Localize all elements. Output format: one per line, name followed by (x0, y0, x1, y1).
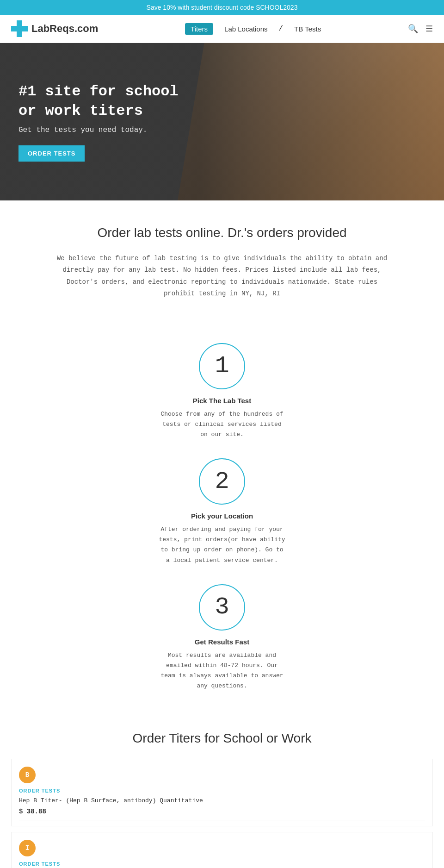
menu-button[interactable]: ☰ (426, 24, 433, 34)
main-nav: LabReqs.com Titers Lab Locations / TB Te… (0, 15, 444, 43)
nav-link-titers[interactable]: Titers (185, 23, 213, 35)
product-price-1: $ 38.88 (19, 808, 425, 815)
hamburger-icon: ☰ (426, 24, 433, 33)
promo-banner: Save 10% with student discount code SCHO… (0, 0, 444, 15)
search-icon: 🔍 (408, 24, 418, 33)
nav-links: Titers Lab Locations / TB Tests (185, 23, 321, 35)
nav-link-lab-locations[interactable]: Lab Locations (224, 25, 267, 33)
product-card-1: B ORDER TESTS Hep B Titer- (Hep B Surfac… (11, 759, 433, 827)
step-3-description: Most results are available and emailed w… (157, 650, 287, 691)
step-1-circle: 1 (199, 343, 245, 389)
intro-body: We believe the future of lab testing is … (56, 253, 388, 300)
step-2-number: 2 (215, 468, 229, 495)
product-card-2: I ORDER TESTS Immunity Panel - Hepatitis… (11, 832, 433, 868)
step-2-circle: 2 (199, 458, 245, 505)
step-1-description: Choose from any of the hundreds of tests… (157, 409, 287, 440)
hero-content: #1 site for school or work titers Get th… (0, 82, 222, 162)
step-1-number: 1 (215, 352, 229, 380)
logo-icon (11, 20, 28, 37)
step-3-title: Get Results Fast (195, 638, 249, 646)
search-button[interactable]: 🔍 (408, 24, 418, 34)
step-2-description: After ordering and paying for your tests… (157, 525, 287, 565)
nav-separator: / (278, 25, 283, 33)
step-1-title: Pick The Lab Test (193, 397, 251, 405)
step-2: 2 Pick your Location After ordering and … (157, 447, 287, 573)
steps-section: 1 Pick The Lab Test Choose from any of t… (0, 323, 444, 717)
hero-order-button[interactable]: ORDER TESTS (18, 145, 85, 162)
intro-section: Order lab tests online. Dr.'s orders pro… (0, 200, 444, 323)
promo-text: Save 10% with student discount code SCHO… (147, 4, 298, 11)
product-icon-1: B (19, 767, 36, 783)
logo-text: LabReqs.com (31, 23, 98, 35)
intro-heading: Order lab tests online. Dr.'s orders pro… (56, 224, 388, 242)
nav-icons: 🔍 ☰ (408, 24, 433, 34)
product-divider-1 (19, 820, 425, 820)
step-3: 3 Get Results Fast Most results are avai… (157, 573, 287, 699)
titers-heading: Order Titers for School or Work (11, 731, 433, 746)
hero-subtitle: Get the tests you need today. (18, 126, 204, 134)
product-icon-2: I (19, 840, 36, 856)
hero-section: #1 site for school or work titers Get th… (0, 43, 444, 200)
svg-rect-2 (17, 26, 22, 31)
product-order-label-1[interactable]: ORDER TESTS (19, 788, 425, 793)
logo[interactable]: LabReqs.com (11, 20, 98, 37)
hero-title: #1 site for school or work titers (18, 82, 204, 120)
svg-rect-3 (17, 31, 22, 37)
titers-section: Order Titers for School or Work B ORDER … (0, 717, 444, 868)
nav-link-tb-tests[interactable]: TB Tests (294, 25, 321, 33)
step-3-number: 3 (215, 593, 229, 621)
svg-rect-1 (17, 20, 22, 26)
product-order-label-2[interactable]: ORDER TESTS (19, 861, 425, 867)
step-2-title: Pick your Location (191, 512, 253, 520)
product-name-1: Hep B Titer- (Hep B Surface, antibody) Q… (19, 796, 425, 806)
svg-rect-4 (22, 26, 28, 31)
step-3-circle: 3 (199, 584, 245, 631)
svg-rect-0 (11, 26, 17, 31)
step-1: 1 Pick The Lab Test Choose from any of t… (157, 332, 287, 447)
